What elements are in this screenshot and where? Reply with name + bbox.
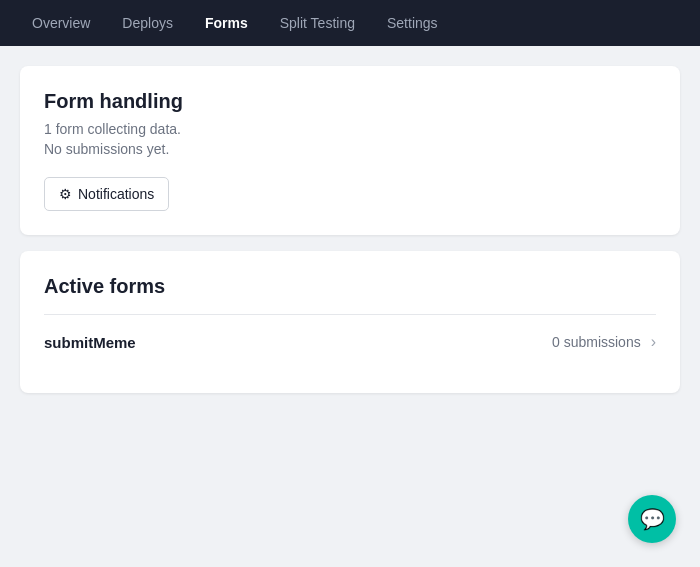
form-row[interactable]: submitMeme 0 submissions › (44, 315, 656, 369)
chat-icon: 💬 (640, 507, 665, 531)
form-handling-subtitle2: No submissions yet. (44, 141, 656, 157)
form-handling-card: Form handling 1 form collecting data. No… (20, 66, 680, 235)
top-navigation: Overview Deploys Forms Split Testing Set… (0, 0, 700, 46)
chevron-right-icon: › (651, 333, 656, 351)
nav-item-settings[interactable]: Settings (375, 7, 450, 39)
nav-item-split-testing[interactable]: Split Testing (268, 7, 367, 39)
form-handling-subtitle1: 1 form collecting data. (44, 121, 656, 137)
main-content: Form handling 1 form collecting data. No… (0, 46, 700, 413)
notifications-button[interactable]: ⚙ Notifications (44, 177, 169, 211)
active-forms-title: Active forms (44, 275, 656, 315)
form-right: 0 submissions › (552, 333, 656, 351)
active-forms-card: Active forms submitMeme 0 submissions › (20, 251, 680, 393)
chat-button[interactable]: 💬 (628, 495, 676, 543)
nav-item-overview[interactable]: Overview (20, 7, 102, 39)
form-name: submitMeme (44, 334, 136, 351)
nav-item-deploys[interactable]: Deploys (110, 7, 185, 39)
submissions-count: 0 submissions (552, 334, 641, 350)
notifications-button-label: Notifications (78, 186, 154, 202)
gear-icon: ⚙ (59, 186, 72, 202)
form-handling-title: Form handling (44, 90, 656, 113)
nav-item-forms[interactable]: Forms (193, 7, 260, 39)
